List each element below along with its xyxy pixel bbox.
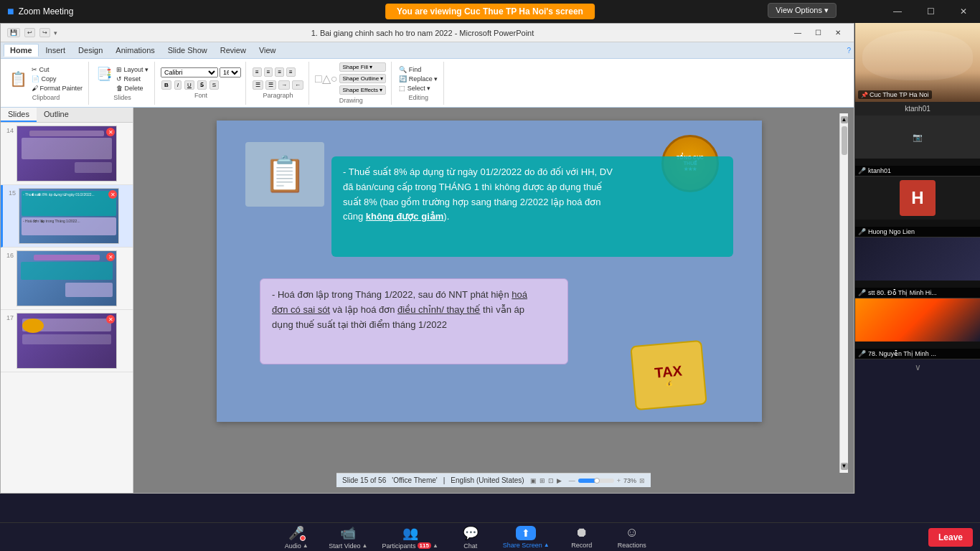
help-icon[interactable]: ? (847, 47, 851, 55)
video-control[interactable]: 📹 Start Video ▲ (329, 522, 367, 552)
slide-thumb-17: ✕ (17, 313, 117, 369)
indent-btn[interactable]: → (278, 80, 290, 90)
numbered-list-btn[interactable]: ☰ (265, 80, 276, 90)
zoom-slider-thumb[interactable] (594, 478, 600, 484)
share-screen-btn[interactable]: ⬆ (516, 526, 536, 540)
zoom-app-title: Zoom Meeting (19, 6, 74, 17)
ppt-restore[interactable]: ☐ (808, 26, 828, 40)
delete-btn[interactable]: 🗑 Delete (115, 84, 150, 93)
shape-effects-btn[interactable]: Shape Effects ▾ (339, 85, 386, 95)
expand-participants-btn[interactable]: ∨ (855, 359, 980, 375)
view-normal-btn[interactable]: ▣ (530, 477, 537, 484)
slides-tab[interactable]: Slides (1, 108, 37, 122)
font-size-select[interactable]: 16 (220, 67, 241, 77)
reactions-control[interactable]: ☺ Reactions (614, 522, 650, 551)
select-btn[interactable]: ⬚ Select ▾ (397, 84, 439, 93)
share-screen-control[interactable]: ⬆ Share Screen ▲ (503, 523, 550, 552)
audio-control[interactable]: 🎤 Audio ▲ (278, 522, 314, 552)
paragraph-group: ≡ ≡ ≡ ≡ ☰ ☰ → ← Paragraph (248, 62, 309, 105)
reactions-icon: ☺ (626, 525, 639, 540)
tab-home[interactable]: Home (4, 44, 39, 57)
participant-name-78: 🎤 78. Nguyễn Thị Minh ... (855, 349, 980, 359)
shape-outline-btn[interactable]: Shape Outline ▾ (339, 74, 386, 83)
tab-slideshow[interactable]: Slide Show (162, 44, 213, 56)
slide-item-17[interactable]: 17 ✕ (1, 310, 133, 372)
ribbon-tabs: Home Insert Design Animations Slide Show… (1, 42, 854, 58)
view-options-button[interactable]: View Options ▾ (768, 3, 837, 18)
align-center-btn[interactable]: ≡ (264, 67, 273, 77)
ppt-minimize[interactable]: — (788, 26, 808, 40)
align-left-btn[interactable]: ≡ (253, 67, 262, 77)
view-present-btn[interactable]: ▶ (557, 477, 562, 484)
minimize-button[interactable]: — (881, 0, 914, 23)
scroll-up-btn[interactable]: ▲ (841, 116, 848, 123)
chat-control[interactable]: 💬 Chat (453, 522, 489, 552)
record-control[interactable]: ⏺ Record (564, 522, 600, 551)
slide-item-16[interactable]: 16 ✕ (1, 248, 133, 310)
shadow-btn[interactable]: S (209, 80, 219, 90)
tab-insert[interactable]: Insert (40, 44, 72, 56)
find-btn[interactable]: 🔍 Find (397, 65, 439, 74)
align-right-btn[interactable]: ≡ (275, 67, 284, 77)
italic-btn[interactable]: I (174, 80, 182, 90)
shape-fill-btn[interactable]: Shape Fill ▾ (339, 62, 386, 72)
paste-btn[interactable]: 📋 (8, 70, 29, 88)
fit-slide-btn[interactable]: ⊠ (639, 477, 645, 484)
ppt-quick-redo[interactable]: ↪ (39, 28, 50, 37)
video-arrow-icon[interactable]: ▲ (362, 542, 368, 549)
purple-content-box: - Hoá đơn lập trong Tháng 1/2022, sau đó… (260, 278, 568, 364)
slide-close-14[interactable]: ✕ (106, 128, 115, 136)
format-painter-btn[interactable]: 🖌 Format Painter (30, 84, 84, 93)
stamp-icon: 📋 (263, 154, 306, 194)
tab-view[interactable]: View (253, 44, 282, 56)
participants-control[interactable]: 👥 Participants 115 ▲ (382, 522, 438, 552)
vertical-scrollbar[interactable]: ▲ ▼ (839, 113, 848, 473)
reset-btn[interactable]: ↺ Reset (115, 75, 150, 83)
slide-panel-tabs: Slides Outline (1, 108, 133, 123)
tab-design[interactable]: Design (72, 44, 108, 56)
ppt-quick-save[interactable]: 💾 (7, 28, 20, 37)
slide-item-14[interactable]: 14 ✕ (1, 123, 133, 185)
slide-close-15[interactable]: ✕ (108, 190, 117, 199)
bullet-list-btn[interactable]: ☰ (253, 80, 263, 90)
scroll-thumb[interactable] (842, 126, 847, 155)
record-label: Record (571, 542, 592, 549)
scroll-down-btn[interactable]: ▼ (841, 463, 848, 470)
slide-close-16[interactable]: ✕ (106, 253, 115, 261)
font-family-select[interactable]: Calibri (161, 67, 218, 77)
audio-arrow-icon[interactable]: ▲ (303, 542, 308, 549)
strikethrough-btn[interactable]: S̶ (197, 80, 207, 90)
zoom-minus-btn[interactable]: — (569, 477, 575, 484)
share-arrow-icon[interactable]: ▲ (544, 542, 550, 548)
replace-btn[interactable]: 🔄 Replace ▾ (397, 75, 439, 83)
zoom-slider[interactable] (578, 479, 614, 483)
close-button[interactable]: ✕ (947, 0, 980, 23)
slide-close-17[interactable]: ✕ (106, 315, 115, 324)
layout-btn[interactable]: ⊞ Layout ▾ (115, 65, 150, 74)
host-name-badge: 📌 Cuc Thue TP Ha Noi (858, 90, 932, 99)
cut-btn[interactable]: ✂ Cut (30, 65, 84, 74)
slide-item-15[interactable]: 15 - Thuế suất 8% áp dụng từ ngày 01/2/2… (1, 185, 133, 248)
ppt-win-controls: — ☐ ✕ (788, 26, 848, 40)
ppt-quick-undo[interactable]: ↩ (24, 28, 35, 37)
zoom-plus-btn[interactable]: + (617, 477, 621, 484)
stamp-decoration: 📋 (245, 142, 324, 207)
tab-animations[interactable]: Animations (110, 44, 160, 56)
leave-button[interactable]: Leave (928, 528, 973, 547)
view-reading-btn[interactable]: ⊡ (548, 477, 554, 484)
slide-thumb-14: ✕ (17, 126, 117, 182)
underline-btn[interactable]: U (184, 80, 194, 90)
view-slide-btn[interactable]: ⊞ (540, 477, 545, 484)
copy-btn[interactable]: 📄 Copy (30, 75, 84, 83)
participants-arrow-icon[interactable]: ▲ (433, 542, 438, 549)
bold-btn[interactable]: B (161, 80, 171, 90)
slide-main-area: 📋 TỔNG CỤCTHUẾ★★★ - Thuế suất 8% áp dụng… (133, 108, 854, 493)
maximize-button[interactable]: ☐ (914, 0, 947, 23)
justify-btn[interactable]: ≡ (286, 67, 296, 77)
tab-review[interactable]: Review (215, 44, 252, 56)
outline-tab[interactable]: Outline (37, 108, 76, 122)
ppt-close[interactable]: ✕ (828, 26, 848, 40)
slide-canvas[interactable]: 📋 TỔNG CỤCTHUẾ★★★ - Thuế suất 8% áp dụng… (217, 121, 762, 422)
new-slide-btn[interactable]: 📑 (95, 65, 113, 93)
outdent-btn[interactable]: ← (292, 80, 303, 90)
